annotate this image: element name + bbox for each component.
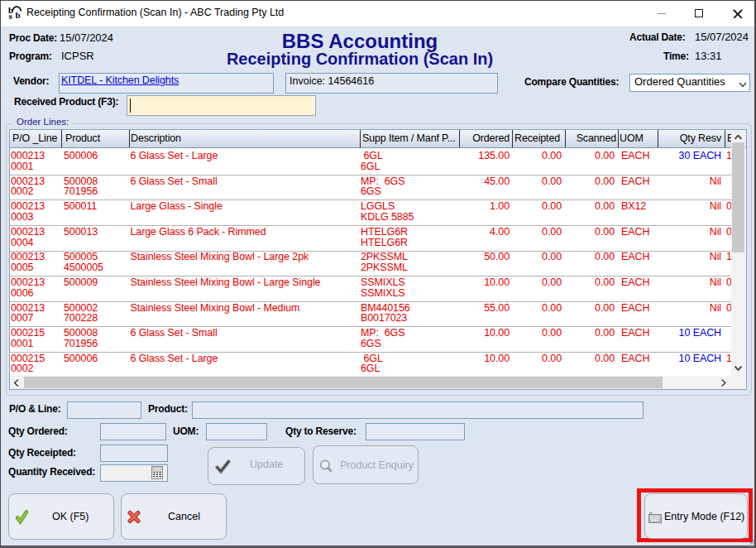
svg-text:b: b [16,10,21,20]
svg-text:s: s [9,11,13,20]
